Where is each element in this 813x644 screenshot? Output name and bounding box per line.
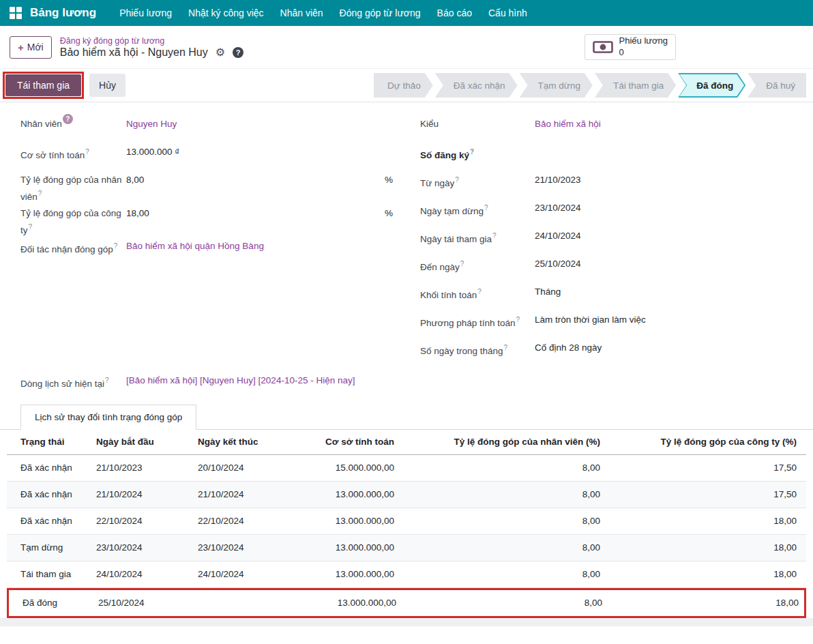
help-icon[interactable]: ? bbox=[233, 47, 243, 58]
field-company-rate: Tỷ lệ đóng góp của công ty? 18,00% bbox=[20, 204, 393, 237]
status-step-confirmed[interactable]: Đã xác nhận bbox=[435, 73, 518, 98]
table-header-row: Trạng thái Ngày bắt đầu Ngày kết thúc Cơ… bbox=[7, 430, 806, 455]
employee-link[interactable]: Nguyen Huy bbox=[126, 117, 177, 131]
current-history-line-link[interactable]: [Bảo hiểm xã hội] [Nguyen Huy] [2024-10-… bbox=[126, 374, 355, 387]
field-help-marker: ? bbox=[460, 260, 464, 267]
status-step-reenrolled[interactable]: Tái tham gia bbox=[595, 73, 676, 98]
date-to-value[interactable]: 25/10/2024 bbox=[535, 257, 581, 271]
status-bar: Tái tham gia Hủy Dự thảo Đã xác nhận Tạm… bbox=[0, 68, 813, 102]
field-help-marker: ? bbox=[516, 316, 520, 323]
gear-icon[interactable]: ⚙ bbox=[216, 47, 225, 58]
nav-item-nhan-vien[interactable]: Nhân viên bbox=[272, 1, 331, 25]
field-contribution-partner: Đối tác nhận đóng góp? Bảo hiểm xã hội q… bbox=[20, 237, 393, 265]
field-date-from: Từ ngày? 21/10/2023 bbox=[420, 171, 803, 199]
status-step-closed[interactable]: Đã đóng bbox=[678, 73, 745, 98]
percent-suffix: % bbox=[385, 207, 393, 220]
field-computation-block: Khối tính toán? Tháng bbox=[420, 282, 803, 310]
history-table: Trạng thái Ngày bắt đầu Ngày kết thúc Cơ… bbox=[7, 430, 806, 618]
help-badge-icon[interactable]: ? bbox=[63, 114, 73, 124]
employee-rate-value[interactable]: 8,00 bbox=[126, 173, 144, 187]
page-bottom-strip bbox=[0, 618, 813, 626]
reenroll-date-value[interactable]: 24/10/2024 bbox=[535, 229, 581, 243]
nav-menu: Phiếu lương Nhật ký công việc Nhân viên … bbox=[111, 1, 535, 25]
field-date-to: Đến ngày? 25/10/2024 bbox=[420, 254, 803, 282]
field-computation-base: Cơ sở tính toán? 13.000.000 ₫ bbox=[20, 143, 393, 171]
form-sheet: Nhân viên? Nguyen Huy Cơ sở tính toán? 1… bbox=[0, 102, 813, 626]
banknote-icon bbox=[593, 40, 613, 54]
breadcrumb: Đăng ký đóng góp từ lương Bảo hiểm xã hộ… bbox=[60, 35, 243, 59]
type-link[interactable]: Bảo hiểm xã hội bbox=[535, 117, 601, 131]
field-help-marker: ? bbox=[504, 344, 508, 351]
computation-base-value[interactable]: 13.000.000 ₫ bbox=[126, 145, 179, 159]
status-step-draft[interactable]: Dự thảo bbox=[374, 73, 433, 98]
header-status[interactable]: Trạng thái bbox=[20, 437, 96, 447]
computation-method-value[interactable]: Làm tròn thời gian làm việc bbox=[535, 313, 646, 327]
date-from-value[interactable]: 21/10/2023 bbox=[535, 173, 581, 187]
nav-item-bao-cao[interactable]: Báo cáo bbox=[429, 1, 480, 25]
table-row[interactable]: Tái tham gia 24/10/2024 24/10/2024 13.00… bbox=[7, 561, 806, 588]
field-help-marker: ? bbox=[477, 288, 482, 295]
suspend-date-value[interactable]: 23/10/2024 bbox=[535, 201, 581, 215]
breadcrumb-parent-link[interactable]: Đăng ký đóng góp từ lương bbox=[60, 35, 243, 46]
reenroll-button[interactable]: Tái tham gia bbox=[5, 74, 81, 96]
field-reenroll-date: Ngày tái tham gia? 24/10/2024 bbox=[420, 226, 803, 254]
tab-contribution-history[interactable]: Lịch sử thay đổi tình trạng đóng góp bbox=[20, 405, 196, 430]
field-help-marker: ? bbox=[105, 377, 109, 384]
app-name[interactable]: Bảng lương bbox=[30, 6, 96, 20]
computation-block-value[interactable]: Tháng bbox=[535, 285, 561, 299]
nav-item-nhat-ky-cong-viec[interactable]: Nhật ký công việc bbox=[180, 1, 272, 25]
field-help-marker: ? bbox=[38, 190, 42, 197]
field-help-marker: ? bbox=[470, 148, 474, 156]
top-navbar: Bảng lương Phiếu lương Nhật ký công việc… bbox=[0, 0, 813, 26]
new-button[interactable]: + Mới bbox=[10, 36, 52, 59]
company-rate-value[interactable]: 18,00 bbox=[126, 207, 149, 220]
record-title: Bảo hiểm xã hội - Nguyen Huy bbox=[60, 46, 208, 59]
field-employee-rate: Tỷ lệ đóng góp của nhân viên? 8,00% bbox=[20, 171, 393, 204]
field-help-marker: ? bbox=[85, 148, 89, 156]
table-row[interactable]: Tạm dừng 23/10/2024 23/10/2024 13.000.00… bbox=[7, 535, 806, 561]
header-date-end[interactable]: Ngày kết thúc bbox=[198, 437, 300, 447]
plus-icon: + bbox=[18, 42, 24, 53]
field-help-marker: ? bbox=[484, 204, 488, 211]
days-in-month-value[interactable]: Cố định 28 ngày bbox=[535, 341, 602, 355]
percent-suffix: % bbox=[385, 173, 393, 187]
table-row[interactable]: Đã xác nhận 21/10/2023 20/10/2024 15.000… bbox=[7, 455, 806, 482]
header-company-rate[interactable]: Tỷ lệ đóng góp của công ty (%) bbox=[600, 437, 797, 447]
status-pipeline: Dự thảo Đã xác nhận Tạm dừng Tái tham gi… bbox=[374, 73, 806, 98]
nav-item-dong-gop-tu-luong[interactable]: Đóng góp từ lương bbox=[331, 1, 429, 25]
control-panel: + Mới Đăng ký đóng góp từ lương Bảo hiểm… bbox=[0, 26, 813, 68]
field-type: Kiểu Bảo hiểm xã hội bbox=[420, 115, 803, 143]
payslips-smart-button[interactable]: Phiếu lương 0 bbox=[585, 34, 676, 60]
status-step-suspended[interactable]: Tạm dừng bbox=[520, 73, 593, 98]
new-button-label: Mới bbox=[27, 42, 44, 53]
field-current-history-line: Dòng lịch sử hiện tại? [Bảo hiểm xã hội]… bbox=[0, 366, 813, 391]
field-suspend-date: Ngày tạm dừng? 23/10/2024 bbox=[420, 199, 803, 226]
partner-link[interactable]: Bảo hiểm xã hội quận Hồng Bàng bbox=[126, 239, 264, 253]
cancel-button[interactable]: Hủy bbox=[89, 74, 125, 97]
header-computation-base[interactable]: Cơ sở tính toán bbox=[300, 437, 394, 447]
field-employee: Nhân viên? Nguyen Huy bbox=[20, 115, 393, 143]
field-days-in-month: Số ngày trong tháng? Cố định 28 ngày bbox=[420, 338, 803, 366]
table-row[interactable]: Đã xác nhận 21/10/2024 21/10/2024 13.000… bbox=[7, 482, 806, 508]
table-row[interactable]: Đã xác nhận 22/10/2024 22/10/2024 13.000… bbox=[7, 508, 806, 535]
apps-grid-icon[interactable] bbox=[10, 7, 22, 19]
annotation-box-reenroll: Tái tham gia bbox=[3, 72, 84, 99]
table-row-highlighted[interactable]: Đã đóng 25/10/2024 13.000.000,00 8,00 18… bbox=[7, 588, 806, 618]
nav-item-cau-hinh[interactable]: Cấu hình bbox=[480, 1, 535, 25]
field-computation-method: Phương pháp tính toán? Làm tròn thời gia… bbox=[420, 310, 803, 338]
status-step-cancelled[interactable]: Đã huý bbox=[748, 73, 806, 98]
nav-item-phieu-luong[interactable]: Phiếu lương bbox=[111, 1, 180, 25]
field-registration-number: Số đăng ký? bbox=[420, 143, 803, 171]
field-help-marker: ? bbox=[492, 232, 497, 239]
notebook-tabs: Lịch sử thay đổi tình trạng đóng góp bbox=[0, 405, 813, 430]
smart-button-count: 0 bbox=[619, 47, 668, 59]
field-help-marker: ? bbox=[114, 242, 118, 250]
header-date-start[interactable]: Ngày bắt đầu bbox=[96, 437, 198, 447]
field-help-marker: ? bbox=[29, 223, 33, 231]
header-employee-rate[interactable]: Tỷ lệ đóng góp của nhân viên (%) bbox=[394, 437, 600, 447]
smart-button-label: Phiếu lương bbox=[619, 35, 668, 47]
field-help-marker: ? bbox=[455, 176, 459, 184]
